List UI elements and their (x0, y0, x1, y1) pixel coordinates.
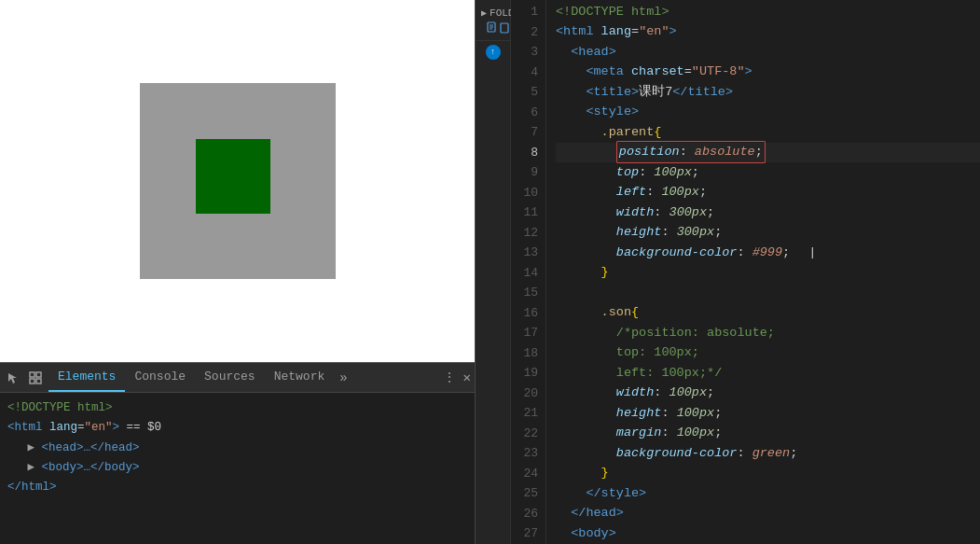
line-num-9: 9 (511, 162, 538, 183)
code-line-22: margin: 100px; (556, 424, 980, 444)
tab-network[interactable]: Network (265, 363, 335, 392)
code-line-18: top: 100px; (556, 343, 980, 364)
line-num-2: 2 (511, 22, 538, 43)
svg-rect-1 (36, 372, 41, 377)
devtools-actions: ⋮ ✕ (443, 370, 471, 385)
svg-rect-0 (30, 372, 35, 377)
line-num-24: 24 (511, 464, 538, 484)
line-num-23: 23 (511, 443, 538, 464)
tab-sources[interactable]: Sources (195, 363, 265, 392)
svg-rect-8 (501, 23, 508, 33)
code-line-23: background-color: green; (556, 443, 980, 464)
code-line-6: <style> (556, 103, 980, 123)
line-numbers-gutter: 1 2 3 4 5 6 7 8 9 10 11 12 13 14 15 16 1… (511, 0, 546, 544)
dom-line-body[interactable]: ▶ <body>…</body> (7, 458, 467, 478)
code-line-13: background-color: #999; | (556, 243, 980, 263)
line-num-10: 10 (511, 183, 538, 203)
line-num-25: 25 (511, 483, 538, 504)
file-tree-sidebar: ▶ FOLDER ↑ (476, 0, 511, 544)
code-line-17: /*position: absolute; (556, 323, 980, 343)
more-options-icon[interactable]: ⋮ (443, 370, 456, 385)
code-line-21: height: 100px; (556, 403, 980, 424)
code-line-3: <head> (556, 42, 980, 63)
code-line-24: } (556, 464, 980, 484)
file-icon (487, 21, 498, 33)
line-num-15: 15 (511, 283, 538, 303)
dom-inspector: <!DOCTYPE html> <html lang="en"> == $0 ▶… (0, 393, 475, 544)
code-line-11: width: 300px; (556, 202, 980, 223)
code-line-16: .son{ (556, 303, 980, 324)
code-line-7: .parent{ (556, 122, 980, 143)
line-num-27: 27 (511, 523, 538, 544)
line-num-17: 17 (511, 323, 538, 343)
code-line-9: top: 100px; (556, 162, 980, 183)
svg-rect-3 (36, 379, 41, 384)
highlight-property-box: position: absolute; (616, 141, 766, 163)
tab-console[interactable]: Console (125, 363, 195, 392)
code-line-20: width: 100px; (556, 384, 980, 404)
dom-line-head[interactable]: ▶ <head>…</head> (7, 439, 467, 458)
code-with-numbers: 1 2 3 4 5 6 7 8 9 10 11 12 13 14 15 16 1… (511, 0, 980, 544)
line-num-7: 7 (511, 122, 538, 143)
line-num-22: 22 (511, 424, 538, 444)
code-line-27: <body> (556, 523, 980, 544)
file2-icon (500, 22, 511, 34)
code-line-4: <meta charset="UTF-8"> (556, 63, 980, 83)
cursor-icon[interactable] (4, 369, 22, 387)
code-line-5: <title>课时7</title> (556, 82, 980, 103)
line-num-16: 16 (511, 303, 538, 324)
devtools-tabs-bar: Elements Console Sources Network » ⋮ ✕ (0, 363, 475, 393)
line-num-4: 4 (511, 63, 538, 83)
notification-badge: ↑ (486, 45, 501, 60)
line-num-21: 21 (511, 403, 538, 424)
more-tabs-button[interactable]: » (334, 370, 352, 385)
tab-elements[interactable]: Elements (48, 363, 125, 392)
code-line-12: height: 300px; (556, 223, 980, 244)
folder-header-area: ▶ FOLDER (476, 0, 510, 41)
dom-line-doctype: <!DOCTYPE html> (7, 398, 467, 418)
close-devtools-icon[interactable]: ✕ (463, 370, 471, 385)
cursor-bar: | (808, 243, 816, 263)
line-num-5: 5 (511, 82, 538, 103)
tree-arrow-icon: ▶ (481, 7, 487, 19)
dom-line-html-close: </html> (7, 478, 467, 497)
code-line-1: <!DOCTYPE html> (556, 2, 980, 22)
dom-line-html[interactable]: <html lang="en"> == $0 (7, 418, 467, 438)
code-line-19: left: 100px;*/ (556, 363, 980, 384)
svg-rect-2 (30, 379, 35, 384)
code-editor-panel: ▶ FOLDER ↑ (476, 0, 980, 544)
line-num-19: 19 (511, 363, 538, 384)
code-line-25: </style> (556, 483, 980, 504)
code-line-8: position: absolute; (556, 143, 980, 163)
line-num-3: 3 (511, 42, 538, 63)
code-line-10: left: 100px; (556, 183, 980, 203)
line-num-20: 20 (511, 384, 538, 404)
line-num-1: 1 (511, 2, 538, 22)
code-content[interactable]: <!DOCTYPE html> <html lang="en"> <head> … (546, 0, 980, 544)
badge-area: ↑ (476, 41, 510, 63)
line-num-18: 18 (511, 343, 538, 364)
line-num-13: 13 (511, 243, 538, 263)
line-num-8: 8 (511, 143, 538, 163)
line-num-6: 6 (511, 103, 538, 123)
son-box (196, 139, 270, 214)
line-num-26: 26 (511, 504, 538, 524)
left-panel: Elements Console Sources Network » ⋮ ✕ <… (0, 0, 476, 544)
inspector-icon[interactable] (26, 369, 45, 387)
line-num-11: 11 (511, 202, 538, 223)
code-line-2: <html lang="en"> (556, 22, 980, 43)
code-line-26: </head> (556, 504, 980, 524)
code-line-15 (556, 283, 980, 303)
line-num-14: 14 (511, 263, 538, 284)
devtools-panel: Elements Console Sources Network » ⋮ ✕ <… (0, 362, 475, 544)
line-num-12: 12 (511, 223, 538, 244)
preview-area (0, 0, 475, 362)
parent-box (140, 83, 336, 279)
code-line-14: } (556, 263, 980, 284)
